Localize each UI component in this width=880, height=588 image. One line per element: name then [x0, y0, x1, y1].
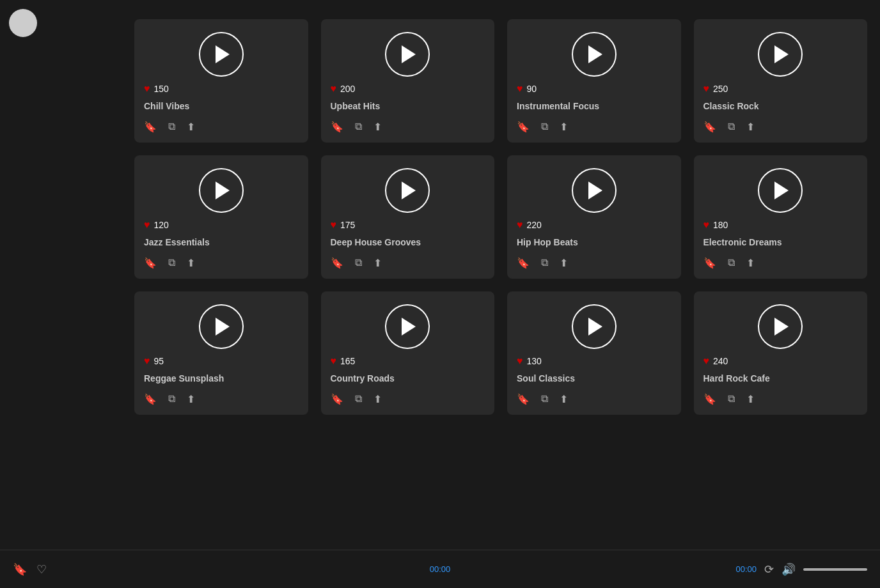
likes-count-3: 90 — [527, 84, 537, 94]
share-icon-4[interactable]: ⬆ — [746, 121, 755, 133]
likes-row-3: ♥ 90 — [517, 83, 672, 95]
copy-icon-2[interactable]: ⧉ — [355, 121, 362, 133]
card-title-7: Hip Hop Beats — [517, 237, 672, 247]
playlist-card-6[interactable]: ♥ 175 Deep House Grooves 🔖 ⧉ ⬆ — [321, 155, 495, 279]
player-time-left: 00:00 — [430, 564, 451, 574]
playlist-card-4[interactable]: ♥ 250 Classic Rock 🔖 ⧉ ⬆ — [694, 19, 868, 143]
bookmark-icon-7[interactable]: 🔖 — [517, 257, 530, 269]
play-button-3[interactable] — [572, 32, 617, 77]
play-button-2[interactable] — [385, 32, 430, 77]
copy-icon-1[interactable]: ⧉ — [168, 121, 175, 133]
play-button-9[interactable] — [199, 304, 244, 349]
share-icon-7[interactable]: ⬆ — [560, 257, 568, 269]
share-icon-12[interactable]: ⬆ — [746, 393, 755, 405]
play-button-1[interactable] — [199, 32, 244, 77]
share-icon-5[interactable]: ⬆ — [187, 257, 195, 269]
heart-icon-7: ♥ — [517, 219, 523, 231]
card-title-3: Instrumental Focus — [517, 101, 672, 111]
player-volume-icon[interactable]: 🔊 — [782, 562, 796, 576]
likes-row-10: ♥ 165 — [331, 355, 485, 367]
bookmark-icon-10[interactable]: 🔖 — [331, 393, 343, 405]
playlist-grid: ♥ 150 Chill Vibes 🔖 ⧉ ⬆ ♥ 200 Upbeat Hit… — [128, 13, 874, 421]
avatar[interactable] — [9, 9, 37, 37]
playlist-card-10[interactable]: ♥ 165 Country Roads 🔖 ⧉ ⬆ — [321, 291, 495, 415]
copy-icon-4[interactable]: ⧉ — [728, 121, 735, 133]
player-left-controls: 🔖 ♡ — [13, 562, 47, 576]
likes-row-6: ♥ 175 — [331, 219, 485, 231]
bookmark-icon-11[interactable]: 🔖 — [517, 393, 530, 405]
play-button-12[interactable] — [758, 304, 803, 349]
likes-count-7: 220 — [527, 220, 542, 230]
play-icon-11 — [588, 318, 602, 336]
play-icon-10 — [402, 318, 416, 336]
playlist-card-7[interactable]: ♥ 220 Hip Hop Beats 🔖 ⧉ ⬆ — [507, 155, 681, 279]
playlist-card-2[interactable]: ♥ 200 Upbeat Hits 🔖 ⧉ ⬆ — [321, 19, 495, 143]
share-icon-2[interactable]: ⬆ — [373, 121, 382, 133]
share-icon-10[interactable]: ⬆ — [373, 393, 382, 405]
play-icon-2 — [402, 45, 416, 63]
card-actions-1: 🔖 ⧉ ⬆ — [144, 118, 299, 133]
card-actions-11: 🔖 ⧉ ⬆ — [517, 390, 672, 405]
play-icon-3 — [588, 45, 602, 63]
play-button-11[interactable] — [572, 304, 617, 349]
playlist-card-11[interactable]: ♥ 130 Soul Classics 🔖 ⧉ ⬆ — [507, 291, 681, 415]
likes-count-2: 200 — [340, 84, 355, 94]
heart-icon-11: ♥ — [517, 355, 523, 367]
card-actions-8: 🔖 ⧉ ⬆ — [703, 254, 858, 269]
bookmark-icon-8[interactable]: 🔖 — [703, 257, 716, 269]
share-icon-11[interactable]: ⬆ — [560, 393, 568, 405]
play-icon-7 — [588, 182, 602, 199]
heart-icon-1: ♥ — [144, 83, 150, 95]
likes-row-12: ♥ 240 — [703, 355, 858, 367]
copy-icon-12[interactable]: ⧉ — [728, 393, 735, 405]
copy-icon-7[interactable]: ⧉ — [541, 257, 548, 269]
copy-icon-11[interactable]: ⧉ — [541, 393, 548, 405]
playlist-card-5[interactable]: ♥ 120 Jazz Essentials 🔖 ⧉ ⬆ — [134, 155, 308, 279]
play-icon-9 — [216, 318, 230, 336]
likes-count-9: 95 — [154, 356, 164, 366]
copy-icon-8[interactable]: ⧉ — [728, 257, 735, 269]
player-repeat-icon[interactable]: ⟳ — [764, 562, 774, 576]
share-icon-1[interactable]: ⬆ — [187, 121, 195, 133]
play-icon-8 — [774, 182, 789, 199]
player-heart-icon[interactable]: ♡ — [36, 562, 47, 576]
likes-count-5: 120 — [154, 220, 169, 230]
bookmark-icon-4[interactable]: 🔖 — [703, 121, 716, 133]
likes-row-11: ♥ 130 — [517, 355, 672, 367]
play-button-5[interactable] — [199, 168, 244, 213]
player-right-controls: 00:00 ⟳ 🔊 — [735, 562, 867, 576]
play-button-7[interactable] — [572, 168, 617, 213]
share-icon-6[interactable]: ⬆ — [373, 257, 382, 269]
playlist-card-9[interactable]: ♥ 95 Reggae Sunsplash 🔖 ⧉ ⬆ — [134, 291, 308, 415]
likes-row-1: ♥ 150 — [144, 83, 299, 95]
play-button-10[interactable] — [385, 304, 430, 349]
card-title-10: Country Roads — [331, 373, 485, 383]
copy-icon-10[interactable]: ⧉ — [355, 393, 362, 405]
bookmark-icon-12[interactable]: 🔖 — [703, 393, 716, 405]
bookmark-icon-5[interactable]: 🔖 — [144, 257, 157, 269]
bookmark-icon-6[interactable]: 🔖 — [331, 257, 343, 269]
player-bookmark-icon[interactable]: 🔖 — [13, 562, 27, 576]
play-button-6[interactable] — [385, 168, 430, 213]
playlist-card-1[interactable]: ♥ 150 Chill Vibes 🔖 ⧉ ⬆ — [134, 19, 308, 143]
bookmark-icon-9[interactable]: 🔖 — [144, 393, 157, 405]
copy-icon-6[interactable]: ⧉ — [355, 257, 362, 269]
playlist-card-8[interactable]: ♥ 180 Electronic Dreams 🔖 ⧉ ⬆ — [694, 155, 868, 279]
share-icon-9[interactable]: ⬆ — [187, 393, 195, 405]
bookmark-icon-3[interactable]: 🔖 — [517, 121, 530, 133]
copy-icon-5[interactable]: ⧉ — [168, 257, 175, 269]
play-button-8[interactable] — [758, 168, 803, 213]
playlist-card-12[interactable]: ♥ 240 Hard Rock Cafe 🔖 ⧉ ⬆ — [694, 291, 868, 415]
playlist-card-3[interactable]: ♥ 90 Instrumental Focus 🔖 ⧉ ⬆ — [507, 19, 681, 143]
copy-icon-3[interactable]: ⧉ — [541, 121, 548, 133]
card-actions-3: 🔖 ⧉ ⬆ — [517, 118, 672, 133]
play-button-4[interactable] — [758, 32, 803, 77]
bookmark-icon-2[interactable]: 🔖 — [331, 121, 343, 133]
share-icon-8[interactable]: ⬆ — [746, 257, 755, 269]
share-icon-3[interactable]: ⬆ — [560, 121, 568, 133]
bookmark-icon-1[interactable]: 🔖 — [144, 121, 157, 133]
likes-row-8: ♥ 180 — [703, 219, 858, 231]
card-actions-9: 🔖 ⧉ ⬆ — [144, 390, 299, 405]
volume-slider[interactable] — [803, 568, 867, 571]
copy-icon-9[interactable]: ⧉ — [168, 393, 175, 405]
